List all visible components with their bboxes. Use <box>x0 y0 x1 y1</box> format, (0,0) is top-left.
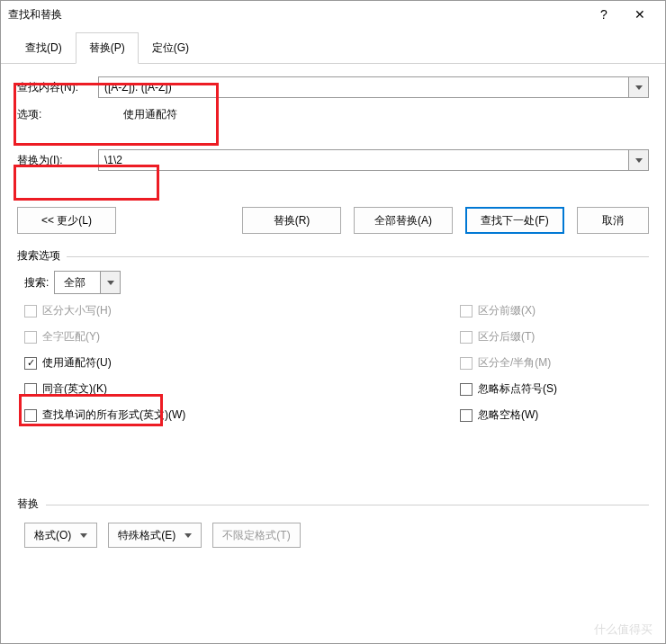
button-row: << 更少(L) 替换(R) 全部替换(A) 查找下一处(F) 取消 <box>17 207 649 234</box>
content-area: 查找内容(N): 选项: 使用通配符 替换为(I): << 更少(L) 替换(R… <box>1 64 665 560</box>
options-row: 选项: 使用通配符 <box>17 107 649 122</box>
prefix-checkbox: 区分前缀(X) <box>460 303 649 318</box>
titlebar: 查找和替换 ? ✕ <box>1 1 665 28</box>
replace-combo <box>98 149 649 171</box>
wildcards-checkbox[interactable]: 使用通配符(U) <box>24 355 460 371</box>
tab-find[interactable]: 查找(D) <box>12 32 76 64</box>
find-combo <box>98 76 649 98</box>
ignore-punct-checkbox[interactable]: 忽略标点符号(S) <box>460 381 649 397</box>
replace-label: 替换为(I): <box>17 153 98 168</box>
sounds-like-checkbox[interactable]: 同音(英文)(K) <box>24 381 460 397</box>
special-format-button[interactable]: 特殊格式(E) <box>108 523 202 548</box>
less-button[interactable]: << 更少(L) <box>17 207 116 234</box>
chevron-down-icon <box>635 85 643 90</box>
tab-bar: 查找(D) 替换(P) 定位(G) <box>1 31 665 64</box>
replace-row: 替换为(I): <box>17 149 649 171</box>
replace-input[interactable] <box>98 149 629 171</box>
full-half-checkbox: 区分全/半角(M) <box>460 355 649 371</box>
search-direction-row: 搜索: 全部 <box>24 271 649 294</box>
options-value: 使用通配符 <box>123 107 177 122</box>
format-button[interactable]: 格式(O) <box>24 523 97 548</box>
replace-button[interactable]: 替换(R) <box>242 207 341 234</box>
format-button-row: 格式(O) 特殊格式(E) 不限定格式(T) <box>17 523 649 548</box>
search-direction-button[interactable] <box>100 272 120 293</box>
search-options-label: 搜索选项 <box>17 248 649 264</box>
watermark-text: 什么值得买 <box>594 622 652 638</box>
caret-down-icon <box>80 533 87 538</box>
ignore-space-checkbox[interactable]: 忽略空格(W) <box>460 407 649 423</box>
replace-format-section: 替换 格式(O) 特殊格式(E) 不限定格式(T) <box>17 496 649 548</box>
find-replace-dialog: 查找和替换 ? ✕ 查找(D) 替换(P) 定位(G) 查找内容(N): 选项:… <box>0 0 666 644</box>
replace-format-label: 替换 <box>17 496 649 512</box>
no-format-button: 不限定格式(T) <box>212 523 300 548</box>
find-input[interactable] <box>98 76 629 98</box>
close-button[interactable]: ✕ <box>622 2 658 27</box>
replace-all-button[interactable]: 全部替换(A) <box>354 207 453 234</box>
chevron-down-icon <box>635 158 643 163</box>
find-next-button[interactable]: 查找下一处(F) <box>465 207 564 234</box>
replace-dropdown-button[interactable] <box>629 149 649 171</box>
search-direction-value: 全部 <box>55 275 100 291</box>
chevron-down-icon <box>107 281 114 285</box>
cancel-button[interactable]: 取消 <box>577 207 649 234</box>
search-direction-label: 搜索: <box>24 275 49 291</box>
search-direction-select[interactable]: 全部 <box>54 271 121 294</box>
checkbox-left-col: 区分大小写(H) 全字匹配(Y) 使用通配符(U) 同音(英文)(K) 查找单词… <box>24 303 460 434</box>
search-options-panel: 搜索: 全部 区分大小写(H) 全字匹配(Y) 使用通配符(U) 同音(英文)(… <box>17 271 649 434</box>
dialog-title: 查找和替换 <box>8 7 586 22</box>
tab-goto[interactable]: 定位(G) <box>139 32 202 64</box>
suffix-checkbox: 区分后缀(T) <box>460 329 649 344</box>
word-forms-checkbox[interactable]: 查找单词的所有形式(英文)(W) <box>24 407 460 423</box>
find-label: 查找内容(N): <box>17 80 98 95</box>
tab-replace[interactable]: 替换(P) <box>76 32 139 64</box>
checkbox-columns: 区分大小写(H) 全字匹配(Y) 使用通配符(U) 同音(英文)(K) 查找单词… <box>24 303 649 434</box>
checkbox-right-col: 区分前缀(X) 区分后缀(T) 区分全/半角(M) 忽略标点符号(S) 忽略空格… <box>460 303 649 434</box>
find-row: 查找内容(N): <box>17 76 649 98</box>
options-label: 选项: <box>17 107 98 122</box>
match-case-checkbox: 区分大小写(H) <box>24 303 460 318</box>
help-button[interactable]: ? <box>586 2 622 27</box>
find-dropdown-button[interactable] <box>629 76 649 98</box>
caret-down-icon <box>184 533 192 538</box>
whole-word-checkbox: 全字匹配(Y) <box>24 329 460 344</box>
